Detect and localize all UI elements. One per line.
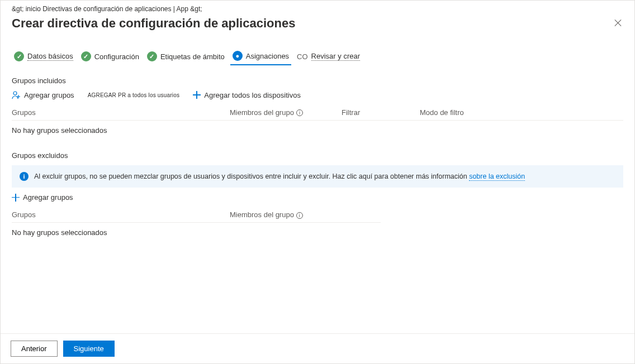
wizard-footer: Anterior Siguiente (1, 333, 634, 363)
svg-point-0 (13, 92, 17, 95)
cmd-label: AGREGAR PR a todos los usuarios (88, 92, 180, 98)
step-review[interactable]: CO Revisar y crear (295, 49, 362, 64)
exclusion-info-banner: i Al excluir grupos, no se pueden mezcla… (12, 165, 623, 188)
excluded-empty-row: No hay grupos seleccionados (12, 223, 381, 242)
step-basics[interactable]: ✓ Datos básicos (12, 48, 75, 65)
excluded-table-header: Grupos Miembros del grupo i (12, 207, 381, 223)
previous-button[interactable]: Anterior (11, 341, 58, 357)
plus-icon (12, 194, 20, 202)
help-icon[interactable]: i (296, 109, 303, 116)
excluded-table: Grupos Miembros del grupo i No hay grupo… (12, 207, 381, 242)
info-text: Al excluir grupos, no se pueden mezclar … (34, 173, 525, 180)
breadcrumb: &gt; inicio Directivas de configuración … (1, 1, 634, 13)
included-table-header: Grupos Miembros del grupo i Filtrar Modo… (12, 105, 623, 121)
col-filter: Filtrar (342, 108, 420, 117)
wizard-stepper: ✓ Datos básicos ✓ Configuración ✓ Etique… (1, 41, 634, 68)
info-icon: i (20, 172, 29, 181)
section-title-included: Grupos incluidos (12, 76, 623, 85)
col-groups: Grupos (12, 210, 230, 219)
step-label: Datos básicos (27, 52, 73, 61)
col-members: Miembros del grupo i (230, 108, 342, 117)
step-label: Asignaciones (246, 52, 289, 60)
help-icon[interactable]: i (296, 212, 303, 219)
included-table: Grupos Miembros del grupo i Filtrar Modo… (12, 105, 623, 140)
step-assignments[interactable]: ● Asignaciones (230, 47, 291, 65)
next-button[interactable]: Siguiente (63, 341, 115, 357)
add-person-icon (12, 90, 21, 99)
step-current-icon: ● (233, 51, 243, 61)
step-configuration[interactable]: ✓ Configuración (79, 48, 141, 65)
step-label: Revisar y crear (311, 52, 360, 61)
col-members: Miembros del grupo i (230, 210, 369, 219)
title-row: Crear directiva de configuración de apli… (1, 13, 634, 41)
close-icon[interactable] (613, 18, 623, 28)
cmd-label: Agregar todos los dispositivos (204, 91, 301, 99)
add-excluded-groups-button[interactable]: Agregar grupos (12, 193, 73, 202)
plus-icon (193, 91, 201, 99)
col-filter-mode: Modo de filtro (420, 108, 532, 117)
included-empty-row: No hay grupos seleccionados (12, 121, 623, 140)
included-commands: Agregar grupos AGREGAR PR a todos los us… (12, 90, 623, 99)
section-title-excluded: Grupos excluidos (12, 151, 623, 160)
step-label: Configuración (94, 52, 139, 61)
check-icon: ✓ (14, 51, 24, 61)
exclusion-learn-more-link[interactable]: sobre la exclusión (469, 173, 525, 181)
app-root: &gt; inicio Directivas de configuración … (0, 0, 635, 364)
section-included: Grupos incluidos Agregar grupos AGREGAR … (1, 68, 634, 142)
section-excluded: Grupos excluidos i Al excluir grupos, no… (1, 142, 634, 245)
cmd-label: Agregar grupos (23, 193, 73, 202)
step-label: Etiquetas de ámbito (160, 52, 225, 61)
add-groups-button[interactable]: Agregar grupos (12, 90, 74, 99)
check-icon: ✓ (147, 51, 157, 61)
step-badge: CO (297, 52, 308, 61)
add-all-devices-button[interactable]: Agregar todos los dispositivos (193, 91, 301, 99)
col-groups: Grupos (12, 108, 230, 117)
add-all-users-button[interactable]: AGREGAR PR a todos los usuarios (88, 92, 180, 98)
empty-text: No hay grupos seleccionados (12, 126, 230, 135)
empty-text: No hay grupos seleccionados (12, 228, 230, 237)
page-title: Crear directiva de configuración de apli… (12, 16, 295, 31)
excluded-commands: Agregar grupos (12, 193, 623, 202)
check-icon: ✓ (81, 51, 91, 61)
cmd-label: Agregar grupos (24, 91, 74, 99)
step-scope-tags[interactable]: ✓ Etiquetas de ámbito (145, 48, 227, 65)
